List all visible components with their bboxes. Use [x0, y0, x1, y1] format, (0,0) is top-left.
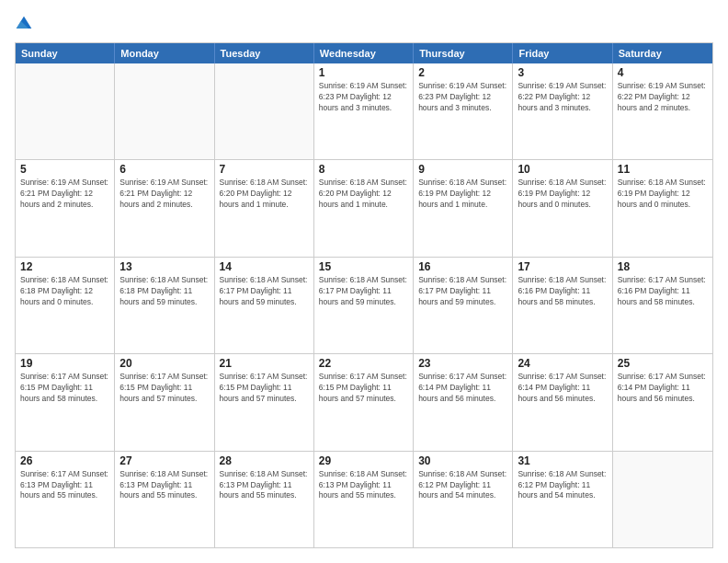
- day-number: 12: [20, 260, 109, 273]
- calendar-cell: 14Sunrise: 6:18 AM Sunset: 6:17 PM Dayli…: [215, 258, 314, 353]
- cell-info: Sunrise: 6:17 AM Sunset: 6:14 PM Dayligh…: [618, 372, 708, 405]
- calendar-cell: 20Sunrise: 6:17 AM Sunset: 6:15 PM Dayli…: [115, 354, 214, 450]
- cell-info: Sunrise: 6:18 AM Sunset: 6:13 PM Dayligh…: [119, 469, 209, 502]
- cell-info: Sunrise: 6:17 AM Sunset: 6:14 PM Dayligh…: [418, 372, 507, 405]
- cell-info: Sunrise: 6:19 AM Sunset: 6:22 PM Dayligh…: [618, 81, 708, 114]
- day-number: 26: [20, 454, 109, 467]
- calendar-cell: 24Sunrise: 6:17 AM Sunset: 6:14 PM Dayli…: [513, 354, 612, 450]
- cell-info: Sunrise: 6:18 AM Sunset: 6:19 PM Dayligh…: [618, 178, 708, 211]
- cell-info: Sunrise: 6:18 AM Sunset: 6:13 PM Dayligh…: [319, 469, 408, 502]
- cell-info: Sunrise: 6:17 AM Sunset: 6:15 PM Dayligh…: [319, 372, 408, 405]
- day-number: 9: [418, 163, 507, 176]
- calendar-cell: 25Sunrise: 6:17 AM Sunset: 6:14 PM Dayli…: [613, 354, 712, 450]
- calendar-cell: 3Sunrise: 6:19 AM Sunset: 6:22 PM Daylig…: [513, 63, 612, 159]
- cell-info: Sunrise: 6:17 AM Sunset: 6:13 PM Dayligh…: [20, 469, 109, 502]
- day-number: 18: [618, 260, 708, 273]
- calendar-cell: 11Sunrise: 6:18 AM Sunset: 6:19 PM Dayli…: [613, 160, 712, 256]
- cell-info: Sunrise: 6:19 AM Sunset: 6:22 PM Dayligh…: [518, 81, 607, 114]
- calendar-cell: 18Sunrise: 6:17 AM Sunset: 6:16 PM Dayli…: [613, 258, 712, 353]
- cell-info: Sunrise: 6:18 AM Sunset: 6:19 PM Dayligh…: [518, 178, 607, 211]
- calendar-cell: 15Sunrise: 6:18 AM Sunset: 6:17 PM Dayli…: [314, 258, 414, 353]
- day-number: 29: [319, 454, 408, 467]
- day-number: 20: [119, 357, 209, 370]
- day-number: 13: [119, 260, 209, 273]
- cell-info: Sunrise: 6:17 AM Sunset: 6:14 PM Dayligh…: [518, 372, 607, 405]
- cell-info: Sunrise: 6:18 AM Sunset: 6:19 PM Dayligh…: [418, 178, 507, 211]
- day-number: 2: [418, 66, 507, 79]
- cell-info: Sunrise: 6:18 AM Sunset: 6:20 PM Dayligh…: [220, 178, 309, 211]
- calendar-cell: [115, 63, 214, 159]
- cell-info: Sunrise: 6:18 AM Sunset: 6:12 PM Dayligh…: [518, 469, 607, 502]
- weekday-header: Wednesday: [314, 43, 414, 63]
- calendar-cell: 30Sunrise: 6:18 AM Sunset: 6:12 PM Dayli…: [414, 452, 513, 547]
- day-number: 30: [418, 454, 507, 467]
- cell-info: Sunrise: 6:18 AM Sunset: 6:20 PM Dayligh…: [319, 178, 408, 211]
- calendar-cell: [613, 452, 712, 547]
- day-number: 15: [319, 260, 408, 273]
- cell-info: Sunrise: 6:17 AM Sunset: 6:16 PM Dayligh…: [618, 275, 708, 308]
- calendar-cell: 16Sunrise: 6:18 AM Sunset: 6:17 PM Dayli…: [414, 258, 513, 353]
- logo-icon: [15, 15, 33, 33]
- weekday-header: Tuesday: [215, 43, 314, 63]
- calendar: SundayMondayTuesdayWednesdayThursdayFrid…: [15, 42, 713, 548]
- day-number: 23: [418, 357, 507, 370]
- weekday-header: Saturday: [613, 43, 712, 63]
- day-number: 16: [418, 260, 507, 273]
- weekday-header: Sunday: [16, 43, 115, 63]
- cell-info: Sunrise: 6:19 AM Sunset: 6:21 PM Dayligh…: [119, 178, 209, 211]
- calendar-cell: 8Sunrise: 6:18 AM Sunset: 6:20 PM Daylig…: [314, 160, 414, 256]
- calendar-cell: [16, 63, 115, 159]
- calendar-row: 26Sunrise: 6:17 AM Sunset: 6:13 PM Dayli…: [16, 451, 712, 547]
- calendar-cell: 31Sunrise: 6:18 AM Sunset: 6:12 PM Dayli…: [513, 452, 612, 547]
- calendar-cell: 9Sunrise: 6:18 AM Sunset: 6:19 PM Daylig…: [414, 160, 513, 256]
- calendar-cell: 22Sunrise: 6:17 AM Sunset: 6:15 PM Dayli…: [314, 354, 414, 450]
- day-number: 8: [319, 163, 408, 176]
- day-number: 25: [618, 357, 708, 370]
- day-number: 6: [119, 163, 209, 176]
- calendar-cell: 1Sunrise: 6:19 AM Sunset: 6:23 PM Daylig…: [314, 63, 414, 159]
- calendar-cell: 21Sunrise: 6:17 AM Sunset: 6:15 PM Dayli…: [215, 354, 314, 450]
- calendar-row: 1Sunrise: 6:19 AM Sunset: 6:23 PM Daylig…: [16, 63, 712, 159]
- day-number: 27: [119, 454, 209, 467]
- day-number: 14: [220, 260, 309, 273]
- calendar-cell: 2Sunrise: 6:19 AM Sunset: 6:23 PM Daylig…: [414, 63, 513, 159]
- calendar-row: 19Sunrise: 6:17 AM Sunset: 6:15 PM Dayli…: [16, 353, 712, 450]
- page: SundayMondayTuesdayWednesdayThursdayFrid…: [0, 0, 728, 563]
- calendar-cell: 27Sunrise: 6:18 AM Sunset: 6:13 PM Dayli…: [115, 452, 214, 547]
- cell-info: Sunrise: 6:19 AM Sunset: 6:23 PM Dayligh…: [319, 81, 408, 114]
- cell-info: Sunrise: 6:18 AM Sunset: 6:17 PM Dayligh…: [418, 275, 507, 308]
- calendar-cell: 17Sunrise: 6:18 AM Sunset: 6:16 PM Dayli…: [513, 258, 612, 353]
- calendar-header: SundayMondayTuesdayWednesdayThursdayFrid…: [16, 43, 712, 63]
- calendar-cell: 23Sunrise: 6:17 AM Sunset: 6:14 PM Dayli…: [414, 354, 513, 450]
- cell-info: Sunrise: 6:18 AM Sunset: 6:18 PM Dayligh…: [20, 275, 109, 308]
- day-number: 31: [518, 454, 607, 467]
- cell-info: Sunrise: 6:18 AM Sunset: 6:18 PM Dayligh…: [119, 275, 209, 308]
- cell-info: Sunrise: 6:19 AM Sunset: 6:23 PM Dayligh…: [418, 81, 507, 114]
- day-number: 3: [518, 66, 607, 79]
- cell-info: Sunrise: 6:17 AM Sunset: 6:15 PM Dayligh…: [119, 372, 209, 405]
- calendar-cell: 6Sunrise: 6:19 AM Sunset: 6:21 PM Daylig…: [115, 160, 214, 256]
- cell-info: Sunrise: 6:17 AM Sunset: 6:15 PM Dayligh…: [20, 372, 109, 405]
- cell-info: Sunrise: 6:17 AM Sunset: 6:15 PM Dayligh…: [220, 372, 309, 405]
- weekday-header: Thursday: [414, 43, 513, 63]
- calendar-cell: 26Sunrise: 6:17 AM Sunset: 6:13 PM Dayli…: [16, 452, 115, 547]
- day-number: 19: [20, 357, 109, 370]
- day-number: 1: [319, 66, 408, 79]
- weekday-header: Monday: [115, 43, 214, 63]
- calendar-cell: 10Sunrise: 6:18 AM Sunset: 6:19 PM Dayli…: [513, 160, 612, 256]
- calendar-body: 1Sunrise: 6:19 AM Sunset: 6:23 PM Daylig…: [16, 63, 712, 547]
- calendar-cell: 12Sunrise: 6:18 AM Sunset: 6:18 PM Dayli…: [16, 258, 115, 353]
- cell-info: Sunrise: 6:18 AM Sunset: 6:17 PM Dayligh…: [319, 275, 408, 308]
- calendar-row: 12Sunrise: 6:18 AM Sunset: 6:18 PM Dayli…: [16, 257, 712, 353]
- day-number: 7: [220, 163, 309, 176]
- cell-info: Sunrise: 6:18 AM Sunset: 6:13 PM Dayligh…: [220, 469, 309, 502]
- day-number: 22: [319, 357, 408, 370]
- calendar-cell: 4Sunrise: 6:19 AM Sunset: 6:22 PM Daylig…: [613, 63, 712, 159]
- calendar-cell: 28Sunrise: 6:18 AM Sunset: 6:13 PM Dayli…: [215, 452, 314, 547]
- calendar-cell: 5Sunrise: 6:19 AM Sunset: 6:21 PM Daylig…: [16, 160, 115, 256]
- cell-info: Sunrise: 6:19 AM Sunset: 6:21 PM Dayligh…: [20, 178, 109, 211]
- calendar-cell: 13Sunrise: 6:18 AM Sunset: 6:18 PM Dayli…: [115, 258, 214, 353]
- day-number: 4: [618, 66, 708, 79]
- header: [15, 15, 713, 33]
- calendar-cell: 29Sunrise: 6:18 AM Sunset: 6:13 PM Dayli…: [314, 452, 414, 547]
